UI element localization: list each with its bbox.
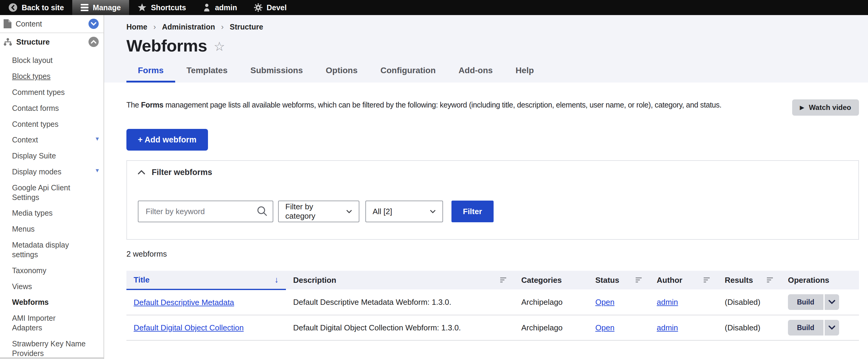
table-header-row: Title↓ Description Categories Status Aut… bbox=[126, 271, 859, 290]
breadcrumb-administration[interactable]: Administration bbox=[162, 23, 215, 31]
column-header-results[interactable]: Results bbox=[717, 271, 781, 290]
user-icon bbox=[203, 3, 211, 12]
webform-title-link[interactable]: Default Descriptive Metadata bbox=[134, 298, 234, 307]
chevron-down-icon[interactable]: ▼ bbox=[94, 167, 100, 174]
filter-webforms-panel: Filter webforms Filter by category bbox=[126, 160, 859, 240]
keyword-filter-input[interactable] bbox=[138, 201, 273, 222]
sort-icon[interactable] bbox=[636, 277, 642, 283]
tab-options[interactable]: Options bbox=[314, 61, 369, 83]
primary-tabs: Forms Templates Submissions Options Conf… bbox=[126, 61, 859, 83]
sidebar-item-content-types[interactable]: Content types bbox=[12, 116, 87, 132]
sidebar-item-display-suite[interactable]: Display Suite bbox=[12, 148, 87, 164]
sidebar-item-taxonomy[interactable]: Taxonomy bbox=[12, 262, 87, 278]
sidebar-item-contact-forms[interactable]: Contact forms bbox=[12, 100, 87, 116]
page-title: Webforms bbox=[126, 36, 207, 55]
sidebar-item-metadata-display-settings[interactable]: Metadata display settings bbox=[12, 237, 87, 263]
webform-author-link[interactable]: admin bbox=[657, 298, 678, 307]
sidebar-item-block-types[interactable]: Block types bbox=[12, 68, 87, 84]
add-webform-button[interactable]: + Add webform bbox=[126, 129, 208, 151]
column-header-title[interactable]: Title↓ bbox=[126, 271, 286, 290]
filter-submit-button[interactable]: Filter bbox=[452, 201, 494, 222]
app-window: Back to site Manage Shortcuts admin Deve… bbox=[0, 0, 868, 359]
state-select[interactable]: All [2] bbox=[365, 201, 443, 222]
build-button[interactable]: Build bbox=[788, 320, 824, 335]
sidebar-item-menus[interactable]: Menus bbox=[12, 221, 87, 237]
tab-help[interactable]: Help bbox=[504, 61, 545, 83]
webform-results: (Disabled) bbox=[717, 315, 781, 340]
sidebar-item-structure[interactable]: Structure bbox=[0, 33, 103, 51]
column-header-status[interactable]: Status bbox=[588, 271, 650, 290]
user-label: admin bbox=[215, 3, 237, 12]
sort-descending-icon: ↓ bbox=[275, 275, 279, 285]
tab-add-ons[interactable]: Add-ons bbox=[447, 61, 504, 83]
intro-text: The Forms management page lists all avai… bbox=[126, 99, 782, 111]
webform-description: Default Digital Object Collection Webfor… bbox=[286, 315, 514, 340]
hamburger-icon bbox=[81, 4, 89, 11]
breadcrumb-separator: › bbox=[221, 22, 224, 32]
manage-tab[interactable]: Manage bbox=[72, 0, 129, 15]
webform-categories: Archipelago bbox=[514, 290, 588, 315]
sidebar-item-media-types[interactable]: Media types bbox=[12, 205, 87, 221]
tab-templates[interactable]: Templates bbox=[175, 61, 239, 83]
webforms-table: Title↓ Description Categories Status Aut… bbox=[126, 271, 859, 340]
webform-results: (Disabled) bbox=[717, 290, 781, 315]
page-header: Home › Administration › Structure Webfor… bbox=[104, 15, 868, 83]
org-tree-icon bbox=[4, 38, 12, 46]
shortcuts-button[interactable]: Shortcuts bbox=[129, 0, 194, 15]
play-icon: ▶ bbox=[800, 105, 804, 110]
sidebar-item-ami-importer-adapters[interactable]: AMI Importer Adapters bbox=[12, 310, 87, 336]
chevron-down-icon bbox=[430, 210, 436, 213]
sidebar-item-strawberry-key-name-providers[interactable]: Strawberry Key Name Providers bbox=[12, 336, 87, 359]
user-menu-button[interactable]: admin bbox=[194, 0, 246, 15]
sort-icon[interactable] bbox=[704, 277, 710, 283]
tab-forms[interactable]: Forms bbox=[126, 61, 175, 83]
sidebar-item-google-api-client-settings[interactable]: Google Api Client Settings bbox=[12, 179, 87, 205]
build-button[interactable]: Build bbox=[788, 294, 824, 310]
sidebar-item-display-modes[interactable]: Display modes▼ bbox=[12, 163, 87, 179]
tab-configuration[interactable]: Configuration bbox=[369, 61, 447, 83]
sort-icon[interactable] bbox=[500, 277, 507, 283]
watch-video-button[interactable]: ▶ Watch video bbox=[792, 99, 859, 116]
table-row: Default Descriptive Metadata Default Des… bbox=[126, 290, 859, 315]
sidebar-item-webforms[interactable]: Webforms bbox=[12, 294, 87, 310]
webform-status-link[interactable]: Open bbox=[595, 298, 615, 307]
webform-author-link[interactable]: admin bbox=[657, 323, 678, 332]
main-area: Home › Administration › Structure Webfor… bbox=[104, 15, 868, 359]
filter-webforms-toggle[interactable]: Filter webforms bbox=[138, 167, 847, 178]
sidebar-item-content[interactable]: Content bbox=[0, 15, 103, 32]
sidebar-item-views[interactable]: Views bbox=[12, 278, 87, 294]
sort-icon[interactable] bbox=[767, 277, 774, 283]
admin-sidebar: Content Structure Block layout Block typ… bbox=[0, 15, 104, 359]
webforms-count: 2 webforms bbox=[126, 249, 859, 259]
webform-title-link[interactable]: Default Digital Object Collection bbox=[134, 323, 244, 332]
operations-dropdown: Build bbox=[788, 294, 839, 310]
breadcrumb-structure[interactable]: Structure bbox=[230, 23, 263, 31]
chevron-down-icon bbox=[829, 300, 835, 304]
sidebar-item-comment-types[interactable]: Comment types bbox=[12, 84, 87, 100]
webform-status-link[interactable]: Open bbox=[595, 323, 615, 332]
operations-caret-button[interactable] bbox=[825, 320, 839, 335]
operations-caret-button[interactable] bbox=[825, 294, 839, 310]
file-icon bbox=[4, 19, 11, 28]
star-icon bbox=[137, 3, 147, 12]
chevron-down-icon[interactable]: ▼ bbox=[94, 136, 100, 143]
chevron-circle-up-icon[interactable] bbox=[89, 37, 99, 47]
breadcrumb-home[interactable]: Home bbox=[126, 23, 147, 31]
gear-icon bbox=[254, 3, 262, 12]
back-circle-icon bbox=[8, 3, 18, 12]
tab-submissions[interactable]: Submissions bbox=[239, 61, 314, 83]
chevron-circle-down-icon[interactable] bbox=[89, 19, 99, 29]
column-header-description[interactable]: Description bbox=[286, 271, 514, 290]
favorite-star-icon[interactable]: ☆ bbox=[214, 40, 225, 53]
chevron-down-icon bbox=[829, 326, 835, 330]
admin-toolbar: Back to site Manage Shortcuts admin Deve… bbox=[0, 0, 868, 15]
back-to-site-button[interactable]: Back to site bbox=[0, 0, 72, 15]
column-header-categories[interactable]: Categories bbox=[514, 271, 588, 290]
category-select[interactable]: Filter by category bbox=[278, 201, 359, 222]
back-to-site-label: Back to site bbox=[22, 3, 64, 12]
column-header-author[interactable]: Author bbox=[650, 271, 717, 290]
devel-button[interactable]: Devel bbox=[246, 0, 295, 15]
sidebar-item-block-layout[interactable]: Block layout bbox=[12, 52, 87, 68]
sidebar-item-context[interactable]: Context▼ bbox=[12, 132, 87, 148]
structure-submenu: Block layout Block types Comment types C… bbox=[0, 52, 103, 359]
